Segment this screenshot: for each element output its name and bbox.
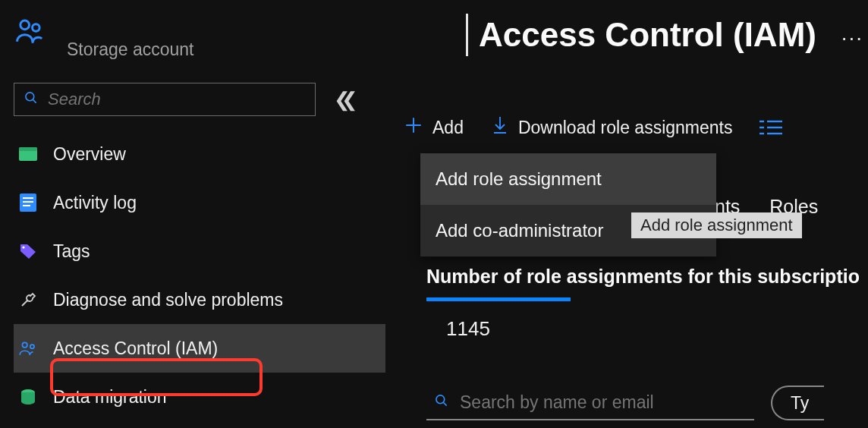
download-role-assignments-button[interactable]: Download role assignments <box>491 115 733 140</box>
sidebar-item-tags[interactable]: Tags <box>14 227 385 275</box>
svg-rect-8 <box>23 205 30 206</box>
sidebar-item-label: Diagnose and solve problems <box>53 290 283 310</box>
command-bar: Add Download role assignments <box>385 115 868 140</box>
svg-point-0 <box>20 20 30 30</box>
more-menu-icon[interactable]: ··· <box>841 26 863 50</box>
sidebar-item-activity-log[interactable]: Activity log <box>14 178 385 227</box>
filter-search-input[interactable] <box>460 392 747 413</box>
svg-rect-6 <box>23 197 33 199</box>
type-filter-label: Ty <box>791 393 809 414</box>
search-icon <box>24 90 39 109</box>
sidebar-item-label: Tags <box>53 241 90 262</box>
svg-rect-7 <box>23 201 33 203</box>
sidebar-item-access-control[interactable]: Access Control (IAM) <box>14 324 385 373</box>
sidebar-item-diagnose[interactable]: Diagnose and solve problems <box>14 275 385 324</box>
sidebar-search[interactable] <box>14 83 316 116</box>
page-title: Access Control (IAM) <box>479 16 816 54</box>
type-filter-pill[interactable]: Ty <box>771 386 824 420</box>
svg-point-11 <box>30 345 34 348</box>
add-dropdown: Add role assignment Add co-administrator <box>420 153 716 256</box>
role-assignment-count: 1145 <box>446 317 490 341</box>
download-icon <box>491 115 509 140</box>
usage-progress-bar <box>426 297 571 301</box>
download-button-label: Download role assignments <box>518 118 733 138</box>
add-button[interactable]: Add <box>404 115 464 140</box>
tooltip: Add role assignment <box>631 212 802 238</box>
title-divider <box>466 14 468 56</box>
resource-type-label: Storage account <box>67 39 194 60</box>
sidebar-item-label: Data migration <box>53 387 167 408</box>
sidebar-item-label: Overview <box>53 144 126 165</box>
activity-log-icon <box>17 194 39 212</box>
sidebar-item-label: Activity log <box>53 193 137 213</box>
database-icon <box>17 389 39 405</box>
svg-point-9 <box>22 246 24 248</box>
svg-point-19 <box>436 395 445 404</box>
svg-rect-4 <box>19 147 37 151</box>
dropdown-item-add-role-assignment[interactable]: Add role assignment <box>420 153 716 205</box>
tags-icon <box>17 243 39 260</box>
section-title: Number of role assignments for this subs… <box>426 266 860 288</box>
wrench-icon <box>17 291 39 309</box>
list-icon <box>760 119 782 136</box>
sidebar-item-data-migration[interactable]: Data migration <box>14 373 385 421</box>
svg-point-2 <box>26 93 34 101</box>
search-icon <box>434 393 449 411</box>
sidebar-search-input[interactable] <box>48 90 306 109</box>
sidebar-item-overview[interactable]: Overview <box>14 130 385 178</box>
add-button-label: Add <box>432 118 464 138</box>
overview-icon <box>17 147 39 161</box>
svg-point-10 <box>22 342 27 348</box>
filter-search[interactable] <box>426 386 754 420</box>
edit-columns-button[interactable] <box>760 119 782 136</box>
people-icon <box>14 15 47 52</box>
collapse-sidebar-icon[interactable]: ❮❮ <box>334 88 349 112</box>
sidebar-item-label: Access Control (IAM) <box>53 338 218 359</box>
people-small-icon <box>17 340 39 357</box>
plus-icon <box>404 115 423 140</box>
svg-point-1 <box>33 24 40 32</box>
